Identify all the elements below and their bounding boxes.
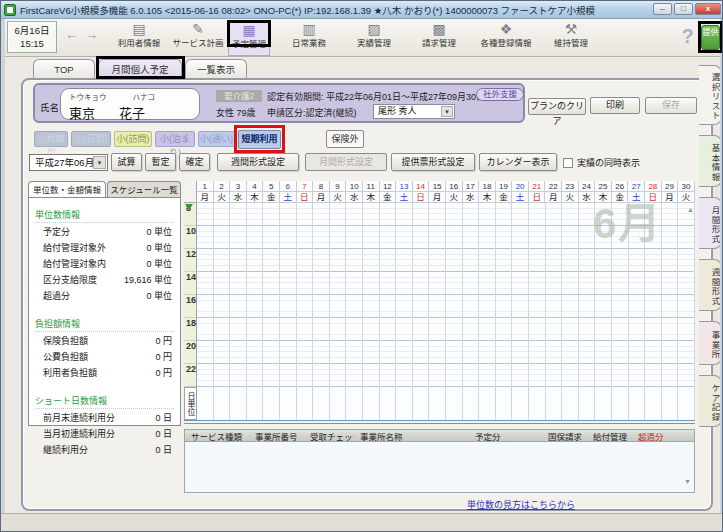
scroll-up-icon[interactable]: ▲ <box>687 206 694 213</box>
toolbar-nav-各種登録情報[interactable]: ❖各種登録情報 <box>475 20 537 56</box>
side-tab-事業所[interactable]: 事業所 <box>699 321 722 365</box>
forward-arrow-icon[interactable]: → <box>85 27 98 42</box>
calendar-day-7[interactable]: 7 <box>297 181 314 192</box>
calendar-day-8[interactable]: 8 <box>313 181 330 192</box>
divider-line <box>184 423 695 424</box>
service-button-小(泊まり)[interactable]: 小(泊まり) <box>155 131 195 147</box>
side-tab-月間形式[interactable]: 月間形式 <box>699 197 722 249</box>
calendar-day-21[interactable]: 21 <box>529 181 546 192</box>
toolbar-nav-維持管理[interactable]: ⚒維持管理 <box>544 20 598 56</box>
calendar-day-14[interactable]: 14 <box>413 181 430 192</box>
calendar-day-4[interactable]: 4 <box>247 181 264 192</box>
service-button-小規模型[interactable]: 小規模型 <box>34 131 68 147</box>
control-button-週間形式設定[interactable]: 週間形式設定 <box>217 153 299 171</box>
control-button-確定[interactable]: 確定 <box>179 153 210 171</box>
calendar-day-10[interactable]: 10 <box>346 181 363 192</box>
hour-label-22: 22 <box>184 364 196 387</box>
control-button-暫定[interactable]: 暫定 <box>145 153 176 171</box>
calendar-weekday-7: 日 <box>297 192 314 203</box>
calendar-day-16[interactable]: 16 <box>446 181 463 192</box>
left-tab-スケジュール一覧[interactable]: スケジュール一覧 <box>107 181 181 198</box>
calendar-weekday-20: 土 <box>512 192 529 203</box>
column-header-受取チェック: 受取チェック <box>304 430 354 442</box>
calendar-day-30[interactable]: 30 <box>678 181 695 192</box>
calendar-weekday-12: 金 <box>380 192 397 203</box>
info-value: 0 円 <box>155 334 172 347</box>
toolbar-nav-請求管理[interactable]: ▩請求管理 <box>412 20 466 56</box>
control-button-提供票形式設定[interactable]: 提供票形式設定 <box>391 153 475 171</box>
staff-dropdown[interactable]: 尾形 秀人 ▼ <box>373 104 455 119</box>
calendar-day-5[interactable]: 5 <box>263 181 280 192</box>
help-icon[interactable]: ? <box>679 23 696 49</box>
print-button[interactable]: 印刷 <box>590 97 640 114</box>
toolbar-nav-利用者情報[interactable]: ▤利用者情報 <box>111 20 167 56</box>
side-tab-週間形式[interactable]: 週間形式 <box>699 259 722 311</box>
calendar-day-12[interactable]: 12 <box>380 181 397 192</box>
info-label: 給付管理対象外 <box>43 241 106 254</box>
service-button-保険外[interactable]: 保険外 <box>326 130 364 148</box>
calendar-day-13[interactable]: 13 <box>396 181 413 192</box>
hour-label-18: 18 <box>184 318 196 341</box>
certification-period: 認定有効期間: 平成22年06月01日～平成27年09月30日 <box>267 90 485 103</box>
application-window: FirstCareV6小規模多機能 6.0.105 <2015-06-16 08… <box>0 0 723 532</box>
month-dropdown[interactable]: 平成27年06月 ▼ <box>29 154 108 171</box>
toolbar-nav-label: 請求管理 <box>412 38 466 48</box>
unit-help-link[interactable]: 単位数の見方はこちらから <box>401 498 641 511</box>
close-button[interactable]: x <box>695 3 721 15</box>
info-label: 利用者負担額 <box>43 366 97 379</box>
toolbar-nav-日常業務[interactable]: ▥日常業務 <box>284 20 334 56</box>
info-label: 前月末連続利用分 <box>43 411 115 424</box>
save-button[interactable]: 保存 <box>645 97 697 114</box>
calendar-day-17[interactable]: 17 <box>463 181 480 192</box>
calendar-day-23[interactable]: 23 <box>562 181 579 192</box>
side-tab-ケア記録[interactable]: ケア記録 <box>699 375 722 427</box>
service-button-小(通い)[interactable]: 小(通い) <box>198 131 235 147</box>
control-button-試算[interactable]: 試算 <box>111 153 142 171</box>
toolbar-nav-実績管理[interactable]: ▨実績管理 <box>347 20 401 56</box>
calendar-weekday-18: 木 <box>479 192 496 203</box>
side-tab-選択リスト[interactable]: 選択リスト <box>699 65 722 125</box>
service-button-小(訪問)[interactable]: 小(訪問) <box>114 131 152 147</box>
calendar-day-1[interactable]: 1 <box>197 181 214 192</box>
calendar-day-2[interactable]: 2 <box>214 181 231 192</box>
calendar-day-22[interactable]: 22 <box>545 181 562 192</box>
clear-plan-button[interactable]: プランのクリア <box>528 98 586 115</box>
tab-TOP[interactable]: TOP <box>33 59 95 79</box>
application-category: 申請区分:認定済(継続) <box>267 106 357 119</box>
sync-checkbox-label: 実績の同時表示 <box>577 156 640 169</box>
maximize-button[interactable]: □ <box>674 3 693 15</box>
info-value: 0 円 <box>155 350 172 363</box>
day-unit-zone[interactable] <box>197 387 695 420</box>
chevron-down-icon[interactable]: ▼ <box>441 106 453 117</box>
calendar-day-19[interactable]: 19 <box>496 181 513 192</box>
calendar-day-6[interactable]: 6 <box>280 181 297 192</box>
back-arrow-icon[interactable]: ← <box>65 27 78 42</box>
service-button-小(日割)[interactable]: 小(日割) <box>71 131 111 147</box>
toolbar-nav-予定管理[interactable]: ▦予定管理 <box>228 20 270 56</box>
chevron-down-icon[interactable]: ▼ <box>93 156 106 169</box>
calendar-day-20[interactable]: 20 <box>512 181 529 192</box>
tab-月間個人予定[interactable]: 月間個人予定 <box>98 59 182 79</box>
section-gap <box>35 380 174 390</box>
calendar-day-15[interactable]: 15 <box>429 181 446 192</box>
calendar-day-18[interactable]: 18 <box>479 181 496 192</box>
side-tab-基本情報[interactable]: 基本情報 <box>699 135 722 187</box>
service-table-body[interactable] <box>184 442 695 493</box>
control-button-月間形式設定[interactable]: 月間形式設定 <box>305 153 387 171</box>
control-button-カレンダー表示[interactable]: カレンダー表示 <box>479 153 557 171</box>
column-header-国保請求: 国保請求 <box>542 430 587 442</box>
left-tab-単位数・金額情報[interactable]: 単位数・金額情報 <box>28 181 106 198</box>
service-button-短期利用[interactable]: 短期利用 <box>238 130 281 149</box>
tab-一覧表示[interactable]: 一覧表示 <box>185 59 247 79</box>
sync-checkbox[interactable] <box>563 158 573 168</box>
calendar-day-3[interactable]: 3 <box>230 181 247 192</box>
minimize-button[interactable]: – <box>653 3 672 15</box>
scroll-down-icon[interactable]: ▼ <box>684 478 691 485</box>
toolbar-nav-サービス計画[interactable]: ✎サービス計画 <box>169 20 227 56</box>
calendar-day-11[interactable]: 11 <box>363 181 380 192</box>
section-title: 負担額情報 <box>35 317 174 332</box>
provide-button[interactable]: 提供 <box>701 25 720 50</box>
calendar-day-29[interactable]: 29 <box>662 181 679 192</box>
month-watermark: 6月 <box>593 189 662 250</box>
calendar-day-9[interactable]: 9 <box>330 181 347 192</box>
